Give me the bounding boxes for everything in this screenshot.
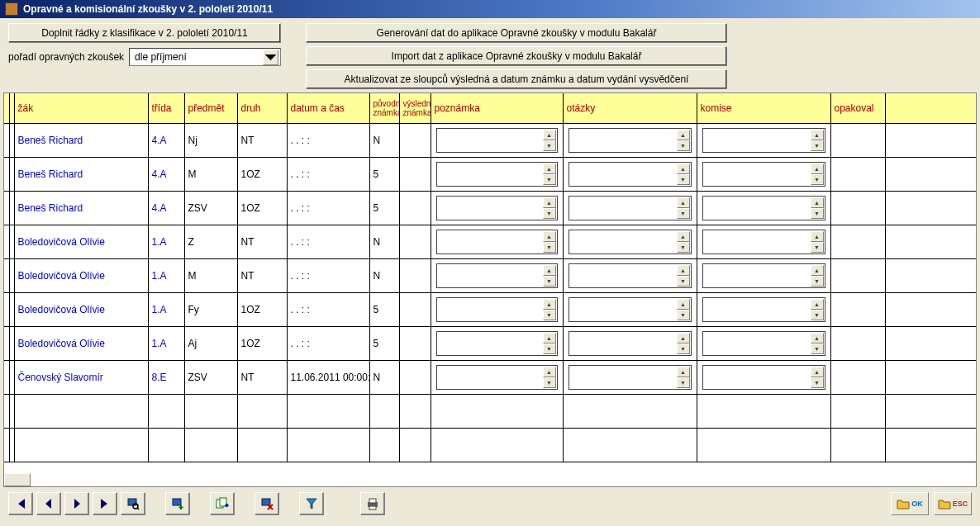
cell-predmet[interactable]: Nj — [184, 123, 237, 157]
cell-puvodni[interactable]: N — [369, 360, 399, 394]
komise-memo[interactable]: ▲▼ — [702, 365, 825, 390]
cell-trida[interactable]: 8.E — [148, 360, 184, 394]
komise-memo[interactable]: ▲▼ — [702, 162, 825, 187]
spin-up-icon[interactable]: ▲ — [677, 299, 690, 310]
cell-puvodni[interactable]: 5 — [369, 157, 399, 191]
poznamka-cell[interactable]: ▲▼ — [431, 225, 563, 258]
cell-druh[interactable]: NT — [237, 225, 287, 258]
print-button[interactable] — [360, 492, 385, 515]
cell-puvodni[interactable]: N — [369, 123, 399, 157]
spin-down-icon[interactable]: ▼ — [811, 242, 824, 253]
cell-predmet[interactable]: ZSV — [184, 191, 237, 225]
doplnit-radky-button[interactable]: Doplnit řádky z klasifikace v 2. pololet… — [8, 23, 281, 43]
spin-up-icon[interactable]: ▲ — [677, 163, 690, 174]
spin-up-icon[interactable]: ▲ — [543, 333, 556, 344]
cell-druh[interactable]: NT — [237, 258, 287, 292]
delete-record-button[interactable] — [255, 492, 279, 515]
spin-up-icon[interactable]: ▲ — [811, 130, 824, 140]
poznamka-memo[interactable]: ▲▼ — [436, 297, 558, 322]
spin-down-icon[interactable]: ▼ — [677, 174, 690, 185]
cell-vysledna[interactable] — [399, 292, 431, 326]
cell-vysledna[interactable] — [399, 258, 431, 292]
spin-down-icon[interactable]: ▼ — [543, 276, 556, 287]
komise-memo[interactable]: ▲▼ — [702, 263, 825, 288]
poznamka-memo[interactable]: ▲▼ — [436, 263, 558, 288]
table-row[interactable]: Beneš Richard4.AM1OZ . . : :5▲▼▲▼▲▼ — [4, 157, 977, 191]
table-row[interactable]: Beneš Richard4.AZSV1OZ . . : :5▲▼▲▼▲▼ — [4, 191, 977, 225]
col-druh[interactable]: druh — [237, 93, 287, 123]
next-record-button[interactable] — [64, 492, 89, 515]
otazky-memo[interactable]: ▲▼ — [568, 263, 692, 288]
cell-zak[interactable]: Boledovičová Olívie — [14, 292, 148, 326]
cell-druh[interactable]: 1OZ — [237, 326, 287, 360]
spin-down-icon[interactable]: ▼ — [811, 208, 824, 219]
spin-up-icon[interactable]: ▲ — [811, 367, 824, 377]
cell-puvodni[interactable]: 5 — [369, 292, 399, 326]
otazky-cell[interactable]: ▲▼ — [563, 191, 697, 225]
cell-zak[interactable]: Beneš Richard — [14, 191, 148, 225]
otazky-memo[interactable]: ▲▼ — [568, 162, 692, 187]
poznamka-cell[interactable]: ▲▼ — [431, 326, 563, 360]
spin-up-icon[interactable]: ▲ — [543, 130, 556, 140]
cell-zak[interactable]: Beneš Richard — [14, 123, 148, 157]
spin-up-icon[interactable]: ▲ — [677, 197, 690, 208]
generovani-button[interactable]: Generování dat do aplikace Opravné zkouš… — [306, 23, 727, 43]
spin-down-icon[interactable]: ▼ — [677, 140, 690, 151]
col-datum[interactable]: datum a čas — [287, 93, 369, 123]
cell-vysledna[interactable] — [399, 191, 431, 225]
cell-vysledna[interactable] — [399, 360, 431, 394]
cell-puvodni[interactable]: 5 — [369, 191, 399, 225]
cell-opakoval[interactable] — [830, 191, 885, 225]
cell-trida[interactable]: 4.A — [148, 191, 184, 225]
filter-button[interactable] — [299, 492, 324, 515]
poznamka-cell[interactable]: ▲▼ — [431, 292, 563, 326]
poznamka-cell[interactable]: ▲▼ — [431, 360, 563, 394]
cell-trida[interactable]: 1.A — [148, 258, 184, 292]
cell-predmet[interactable]: ZSV — [184, 360, 237, 394]
spin-up-icon[interactable]: ▲ — [811, 163, 824, 174]
table-row[interactable]: Čenovský Slavomír8.EZSVNT11.06.2011 00:0… — [4, 360, 977, 394]
spin-up-icon[interactable]: ▲ — [543, 231, 556, 242]
cell-zak[interactable]: Boledovičová Olívie — [14, 225, 148, 258]
spin-down-icon[interactable]: ▼ — [677, 242, 690, 253]
spin-up-icon[interactable]: ▲ — [811, 197, 824, 208]
cell-zak[interactable]: Boledovičová Olívie — [14, 258, 148, 292]
cell-trida[interactable]: 4.A — [148, 157, 184, 191]
poznamka-memo[interactable]: ▲▼ — [436, 162, 558, 187]
spin-down-icon[interactable]: ▼ — [677, 310, 690, 320]
spin-up-icon[interactable]: ▲ — [677, 130, 690, 140]
spin-down-icon[interactable]: ▼ — [811, 344, 824, 354]
col-vysledna[interactable]: výsledná známka — [399, 93, 431, 123]
spin-down-icon[interactable]: ▼ — [543, 174, 556, 185]
otazky-cell[interactable]: ▲▼ — [563, 225, 697, 258]
spin-down-icon[interactable]: ▼ — [811, 377, 824, 388]
cell-puvodni[interactable]: 5 — [369, 326, 399, 360]
col-zak[interactable]: žák — [14, 93, 148, 123]
poradi-select[interactable]: dle příjmení — [129, 48, 281, 66]
table-row[interactable]: Boledovičová Olívie1.AFy1OZ . . : :5▲▼▲▼… — [4, 292, 977, 326]
spin-down-icon[interactable]: ▼ — [677, 208, 690, 219]
copy-record-button[interactable] — [210, 492, 235, 515]
spin-down-icon[interactable]: ▼ — [543, 208, 556, 219]
cell-predmet[interactable]: Fy — [184, 292, 237, 326]
cell-datum[interactable]: . . : : — [287, 292, 369, 326]
komise-cell[interactable]: ▲▼ — [697, 292, 830, 326]
spin-down-icon[interactable]: ▼ — [677, 377, 690, 388]
spin-up-icon[interactable]: ▲ — [811, 333, 824, 344]
poznamka-memo[interactable]: ▲▼ — [436, 230, 558, 254]
otazky-cell[interactable]: ▲▼ — [563, 258, 697, 292]
cell-datum[interactable]: . . : : — [287, 225, 369, 258]
cell-zak[interactable]: Beneš Richard — [14, 157, 148, 191]
add-record-button[interactable] — [165, 492, 190, 515]
spin-up-icon[interactable]: ▲ — [543, 163, 556, 174]
otazky-cell[interactable]: ▲▼ — [563, 123, 697, 157]
komise-cell[interactable]: ▲▼ — [697, 225, 830, 258]
komise-memo[interactable]: ▲▼ — [702, 331, 825, 356]
spin-up-icon[interactable]: ▲ — [811, 231, 824, 242]
otazky-memo[interactable]: ▲▼ — [568, 331, 692, 356]
spin-down-icon[interactable]: ▼ — [543, 242, 556, 253]
spin-down-icon[interactable]: ▼ — [811, 310, 824, 320]
cell-opakoval[interactable] — [830, 258, 885, 292]
col-predmet[interactable]: předmět — [184, 93, 237, 123]
cell-zak[interactable]: Čenovský Slavomír — [14, 360, 148, 394]
